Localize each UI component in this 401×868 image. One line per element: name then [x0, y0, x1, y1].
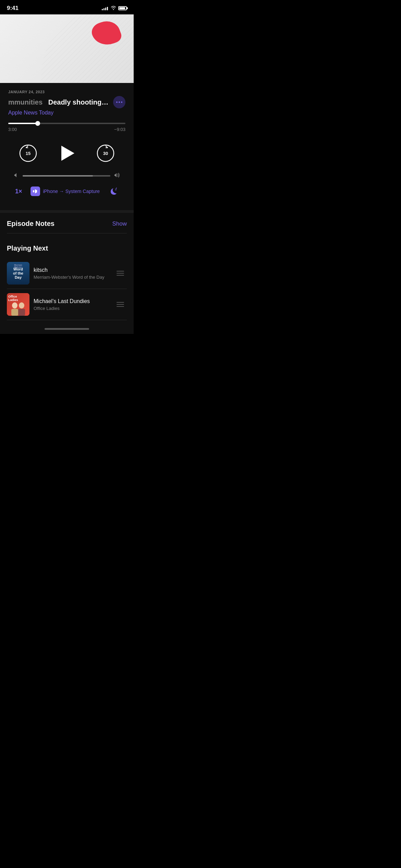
speaker-icon: [31, 186, 40, 196]
player-section: January 24, 2023 mmunities Deadly shooti…: [0, 83, 134, 210]
episode-title: mmunities Deadly shootings sh: [8, 98, 109, 106]
progress-thumb[interactable]: [35, 121, 40, 126]
svg-text:30: 30: [103, 151, 108, 156]
play-icon: [61, 146, 74, 161]
podcast-artwork: [0, 14, 134, 83]
svg-rect-11: [11, 309, 18, 316]
episode-notes-title: Episode Notes: [7, 220, 54, 228]
svg-point-12: [19, 302, 24, 309]
section-divider: [0, 210, 134, 213]
svg-point-1: [41, 14, 134, 83]
skip-forward-button[interactable]: 30: [96, 144, 115, 163]
play-button[interactable]: [54, 141, 79, 166]
bottom-controls: 1× iPhone → System Capture Z Z: [8, 186, 125, 205]
queue-artwork-merriam-webster: MerriamWebster Wordof theDay: [7, 262, 29, 285]
queue-episode-title: kitsch: [34, 267, 114, 273]
svg-text:15: 15: [26, 151, 31, 156]
episode-notes-header: Episode Notes Show: [7, 220, 127, 233]
home-bar: [45, 328, 89, 330]
queue-item-info: Michael's Last Dundies Office Ladies: [34, 298, 114, 311]
current-time: 3:00: [8, 127, 17, 132]
skip-back-button[interactable]: 15: [19, 144, 38, 163]
episode-notes-section: Episode Notes Show: [0, 213, 134, 238]
audio-output-button[interactable]: iPhone → System Capture: [31, 186, 100, 196]
svg-text:Z: Z: [116, 187, 117, 189]
queue-artwork-office-ladies: OfficeLadies: [7, 293, 29, 316]
playing-next-title: Playing Next: [7, 244, 127, 252]
svg-rect-6: [33, 190, 34, 192]
reorder-button[interactable]: [114, 268, 127, 278]
signal-icon: [102, 6, 108, 10]
home-indicator: [0, 324, 134, 334]
progress-fill: [8, 123, 38, 124]
playing-next-section: Playing Next MerriamWebster Wordof theDa…: [0, 238, 134, 324]
podcast-name: Apple News Today: [8, 110, 125, 116]
episode-date: January 24, 2023: [8, 90, 125, 94]
queue-item: OfficeLadies Michael's Last Dundies Offi…: [7, 289, 127, 320]
queue-podcast-name: Merriam-Webster's Word of the Day: [34, 275, 114, 280]
playback-speed-button[interactable]: 1×: [15, 188, 22, 195]
svg-point-10: [12, 302, 17, 309]
progress-track[interactable]: [8, 123, 125, 124]
playback-controls: 15 30: [8, 134, 125, 172]
status-time: 9:41: [7, 5, 19, 12]
remaining-time: −9:03: [114, 127, 125, 132]
output-label: iPhone → System Capture: [43, 189, 100, 194]
sleep-timer-button[interactable]: Z Z: [108, 186, 119, 196]
wifi-icon: [111, 5, 116, 11]
queue-episode-title: Michael's Last Dundies: [34, 298, 114, 304]
svg-rect-13: [18, 309, 25, 316]
progress-bar[interactable]: 3:00 −9:03: [8, 123, 125, 132]
more-button[interactable]: [113, 96, 125, 108]
queue-item: MerriamWebster Wordof theDay kitsch Merr…: [7, 258, 127, 289]
volume-low-icon: [14, 172, 19, 179]
episode-title-row: mmunities Deadly shootings sh: [8, 96, 125, 108]
status-bar: 9:41: [0, 0, 134, 14]
volume-row: [8, 172, 125, 179]
queue-podcast-name: Office Ladies: [34, 306, 114, 311]
status-icons: [102, 5, 127, 11]
battery-icon: [118, 6, 127, 10]
volume-high-icon: [114, 172, 120, 179]
reorder-button[interactable]: [114, 299, 127, 310]
queue-item-info: kitsch Merriam-Webster's Word of the Day: [34, 267, 114, 280]
show-notes-button[interactable]: Show: [112, 220, 127, 227]
volume-slider[interactable]: [23, 175, 110, 177]
